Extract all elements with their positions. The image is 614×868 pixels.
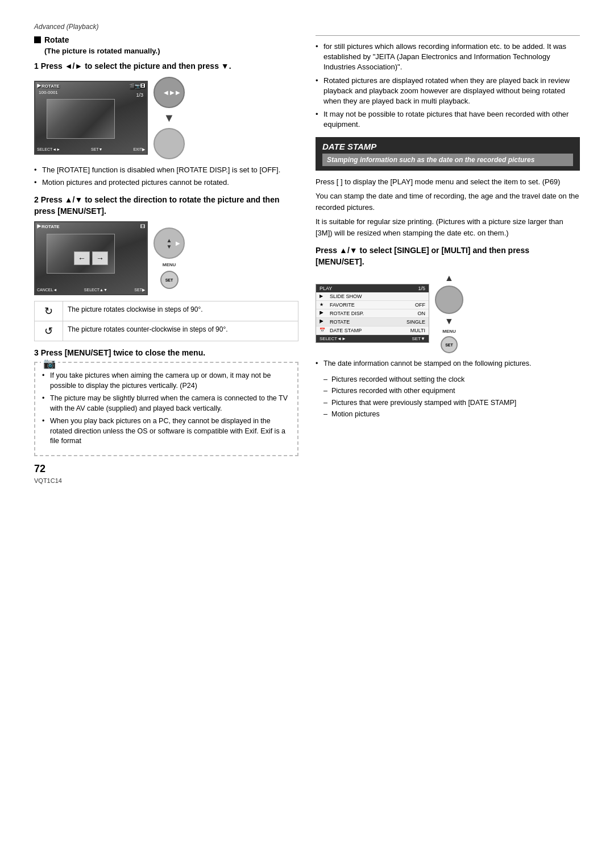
play-nav-up-arrow: ▲: [445, 273, 454, 283]
note-box: 📷 If you take pictures when aiming the c…: [34, 362, 298, 456]
step2-right-arrow: →: [92, 251, 108, 265]
rotation-notes-table: ↻ The picture rotates clockwise in steps…: [34, 301, 298, 341]
date-stamp-subtitle: Stamping information such as the date on…: [322, 154, 573, 166]
play-row-2: ⯈ ROTATE DISP. ON: [316, 309, 429, 318]
play-row-1-icon: ★: [320, 302, 330, 307]
step1-photo: [47, 99, 115, 139]
version-code: VQT1C14: [34, 477, 298, 484]
date-indent-list: Pictures recorded without setting the cl…: [316, 375, 580, 420]
play-row-2-value: ON: [408, 311, 425, 316]
play-row-2-icon: ⯈: [320, 311, 330, 316]
date-right-intro: The date information cannot be stamped o…: [316, 359, 580, 369]
play-footer-set: SET▼: [412, 336, 425, 341]
date-stamp-box: DATE STAMP Stamping information such as …: [316, 137, 580, 171]
play-nav-circle: [435, 286, 463, 314]
rotate-subtitle: (The picture is rotated manually.): [44, 47, 298, 55]
date-indent-2: Pictures recorded with other equipment: [323, 386, 580, 396]
play-menu-box: PLAY 1/5 ▶ SLIDE SHOW ★ FAVORITE OFF: [316, 273, 580, 353]
step1-heading: 1 Press ◄/► to select the picture and th…: [34, 61, 298, 72]
play-row-4: 📅 DATE STAMP MULTI: [316, 326, 429, 335]
step1-nav: ◀ ▶ ▼: [154, 77, 185, 159]
step2-set-btn: SET: [160, 271, 179, 289]
page: Advanced (Playback) Rotate (The picture …: [0, 0, 614, 868]
step2-diagram: ⯈ROTATE 🎞 ← → CANCEL◄ SELECT▲▼ SET▶: [34, 221, 298, 295]
play-row-0-icon: ▶: [320, 294, 330, 299]
step2-set: SET▶: [134, 288, 145, 292]
step2-heading: 2 Press ▲/▼ to select the direction to r…: [34, 195, 298, 217]
note-bullet-1: If you take pictures when aiming the cam…: [42, 371, 291, 391]
top-divider: [316, 35, 580, 36]
step1-icons: 🎬📷🎞: [129, 84, 145, 89]
right-bullet-3: It may not be possible to rotate picture…: [316, 109, 580, 130]
step1-set-label: SET▼: [91, 147, 103, 152]
play-row-1-label: FAVORITE: [330, 302, 408, 308]
step3-heading: 3 Press [MENU/SET] twice to close the me…: [34, 348, 298, 357]
left-column: Rotate (The picture is rotated manually.…: [34, 35, 298, 834]
page-number: 72: [34, 463, 298, 475]
step2-dpad: ▲ ▼: [154, 228, 185, 259]
step1-diagram: ⯈ROTATE 🎬📷🎞 1/3 100-0001 SELECT◄► SET▼ E…: [34, 77, 298, 159]
step1-down-arrow: ▼: [164, 111, 175, 125]
play-row-4-icon: 📅: [320, 328, 330, 333]
rotate-title: Rotate: [44, 35, 69, 44]
play-row-3-value: SINGLE: [406, 319, 425, 325]
play-header-right: 1/5: [418, 286, 425, 291]
page-category-label: Advanced (Playback): [34, 23, 580, 31]
step2-bottom-row: CANCEL◄ SELECT▲▼ SET▶: [37, 288, 145, 292]
play-row-4-label: DATE STAMP: [330, 328, 408, 333]
date-indent-1: Pictures recorded without setting the cl…: [323, 375, 580, 385]
step2-screen: ⯈ROTATE 🎞 ← → CANCEL◄ SELECT▲▼ SET▶: [34, 221, 148, 295]
step1-bullets: The [ROTATE] function is disabled when […: [34, 165, 298, 188]
cw-icon: ↻: [35, 301, 63, 321]
play-row-3-icon: ⯈: [320, 319, 330, 324]
date-indent-3: Pictures that were previously stamped wi…: [323, 398, 580, 408]
step1-screen-bottom: SELECT◄► SET▼ EXIT▶: [37, 147, 145, 152]
step1-dpad-right: ◀ ▶: [164, 89, 175, 96]
step2-down: ▼: [167, 243, 172, 250]
play-row-4-value: MULTI: [408, 328, 425, 333]
step2-label: ⯈ROTATE: [37, 224, 60, 229]
press-step-heading: Press ▲/▼ to select [SINGLE] or [MULTI] …: [316, 245, 580, 267]
step2-menu-label: MENU: [163, 262, 176, 267]
step2-arrows: ← →: [74, 251, 108, 265]
rotate-section-header: Rotate: [34, 35, 298, 44]
play-row-2-label: ROTATE DISP.: [330, 311, 408, 316]
play-screen-footer: SELECT◄► SET▼: [316, 335, 429, 342]
step2-top-row: ⯈ROTATE 🎞: [37, 224, 145, 229]
play-row-0: ▶ SLIDE SHOW: [316, 292, 429, 301]
step2-up: ▲: [167, 237, 172, 243]
step1-screen-top: ⯈ROTATE 🎬📷🎞: [37, 84, 145, 89]
step1-rotate-label: ⯈ROTATE: [37, 84, 60, 89]
play-footer-select: SELECT◄►: [320, 336, 346, 341]
play-row-3-label: ROTATE: [330, 319, 406, 325]
rotation-note-ccw: ↺ The picture rotates counter-clockwise …: [35, 321, 298, 341]
step1-exit-label: EXIT▶: [133, 147, 145, 152]
step1-dpad2: [154, 128, 185, 159]
play-nav: ▲ ▼ MENU SET: [435, 273, 463, 353]
note-bullet-3: When you play back pictures on a PC, the…: [42, 416, 291, 447]
right-column: for still pictures which allows recordin…: [316, 35, 580, 834]
step2-nav: ▲ ▼ MENU SET: [154, 228, 185, 289]
date-stamp-body-1: Press [ ] to display the [PLAY] mode men…: [316, 176, 580, 188]
date-indent-4: Motion pictures: [323, 410, 580, 420]
play-nav-set-btn: SET: [441, 336, 458, 353]
cw-text: The picture rotates clockwise in steps o…: [63, 301, 298, 321]
step2-cancel: CANCEL◄: [37, 288, 57, 292]
right-bullet-1: for still pictures which allows recordin…: [316, 42, 580, 73]
step1-dpad: ◀ ▶: [154, 77, 185, 108]
step1-bullet-2: Motion pictures and protected pictures c…: [34, 177, 298, 188]
play-row-1: ★ FAVORITE OFF: [316, 301, 429, 309]
play-row-0-label: SLIDE SHOW: [330, 294, 408, 299]
step1-select-label: SELECT◄►: [37, 147, 60, 152]
date-stamp-body-3: It is suitable for regular size printing…: [316, 216, 580, 238]
note-box-icon: 📷: [41, 357, 58, 370]
rotation-note-cw: ↻ The picture rotates clockwise in steps…: [35, 301, 298, 321]
date-right-bullets: The date information cannot be stamped o…: [316, 359, 580, 369]
right-bullets: for still pictures which allows recordin…: [316, 42, 580, 130]
date-stamp-title: DATE STAMP: [322, 142, 573, 151]
step1-fraction: 1/3: [136, 92, 143, 98]
play-header-left: PLAY: [320, 286, 332, 291]
play-nav-menu-label: MENU: [442, 329, 456, 334]
step1-counter: 100-0001: [39, 90, 58, 95]
ccw-icon: ↺: [35, 321, 63, 341]
